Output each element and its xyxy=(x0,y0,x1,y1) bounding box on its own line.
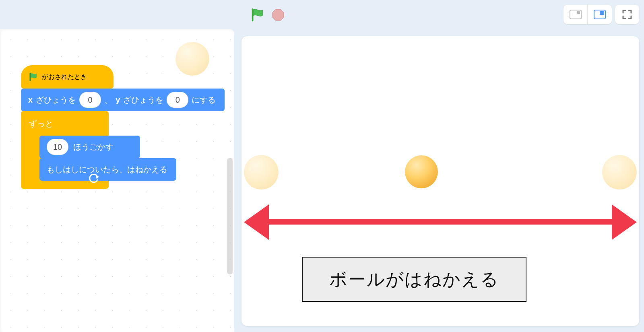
goto-x-input[interactable]: 0 xyxy=(79,92,101,108)
ball-ghost-right xyxy=(602,155,637,190)
ball-ghost-left xyxy=(244,155,279,190)
goto-xy-block[interactable]: xざひょうを 0 、 yざひょうを 0 にする xyxy=(21,89,225,111)
goto-tail: にする xyxy=(192,95,216,105)
stage-run-controls xyxy=(250,7,285,24)
bounce-label: もしはしについたら、はねかえる xyxy=(47,164,167,175)
forever-label: ずっと xyxy=(27,116,103,136)
stage-panel[interactable]: ボールがはねかえる xyxy=(242,36,639,326)
scripts-panel[interactable]: がおされたとき xざひょうを 0 、 yざひょうを 0 にする ずっと 10 ほ… xyxy=(0,29,234,332)
svg-rect-4 xyxy=(600,11,604,15)
stage-caption: ボールがはねかえる xyxy=(302,257,526,302)
goto-y-prefix: y xyxy=(116,95,120,105)
move-steps-input[interactable]: 10 xyxy=(47,139,68,155)
goto-comma: 、 xyxy=(104,95,112,105)
when-flag-clicked-block[interactable]: がおされたとき xyxy=(21,65,114,89)
fullscreen-button[interactable] xyxy=(615,5,639,24)
stop-icon[interactable] xyxy=(271,8,285,23)
hat-label: がおされたとき xyxy=(42,73,87,81)
goto-y-suffix: ざひょうを xyxy=(123,95,163,105)
script-stack[interactable]: がおされたとき xざひょうを 0 、 yざひょうを 0 にする ずっと 10 ほ… xyxy=(21,65,226,189)
goto-x-prefix: x xyxy=(28,95,33,105)
top-bar xyxy=(0,0,644,29)
move-label: ほうごかす xyxy=(73,142,114,153)
stage-caption-text: ボールがはねかえる xyxy=(329,268,499,291)
forever-block[interactable]: ずっと 10 ほうごかす もしはしについたら、はねかえる xyxy=(21,111,109,189)
svg-rect-2 xyxy=(577,11,580,14)
layout-toggle-group xyxy=(564,5,612,24)
small-stage-button[interactable] xyxy=(564,5,588,24)
large-stage-button[interactable] xyxy=(588,5,612,24)
flag-icon xyxy=(28,72,38,82)
scripts-scrollbar[interactable] xyxy=(227,158,233,274)
stage-size-controls xyxy=(564,5,639,24)
motion-arrow xyxy=(251,219,630,225)
arrow-head-right-icon xyxy=(612,204,637,240)
goto-x-suffix: ざひょうを xyxy=(36,95,76,105)
ball-sprite[interactable] xyxy=(405,155,438,188)
svg-marker-0 xyxy=(272,9,284,21)
move-steps-block[interactable]: 10 ほうごかす xyxy=(39,136,140,158)
goto-y-input[interactable]: 0 xyxy=(167,92,188,108)
green-flag-icon[interactable] xyxy=(250,7,265,24)
loop-arrow-icon xyxy=(89,174,100,183)
if-on-edge-bounce-block[interactable]: もしはしについたら、はねかえる xyxy=(39,158,176,181)
